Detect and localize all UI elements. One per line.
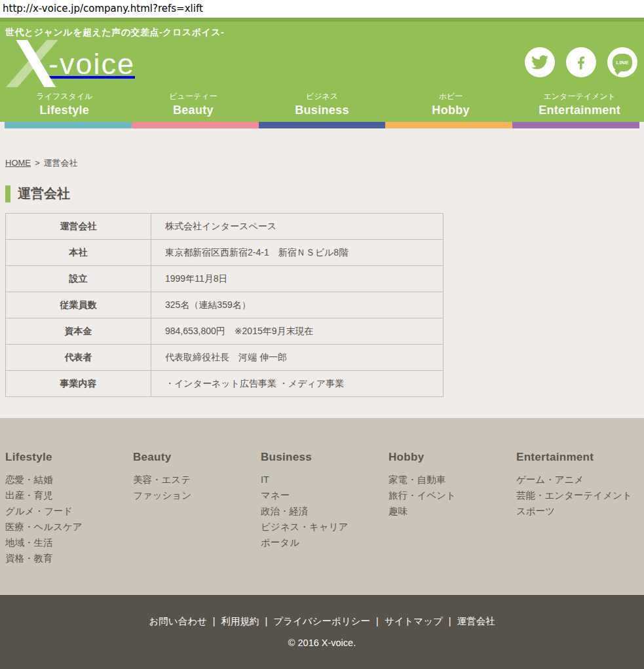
bottom-link[interactable]: サイトマップ <box>385 616 443 626</box>
footer-link[interactable]: 政治・経済 <box>261 503 388 519</box>
main-nav: ライフスタイルLifestyleビューティーBeautyビジネスBusiness… <box>0 91 644 122</box>
row-value: ・インターネット広告事業 ・メディア事業 <box>151 371 444 397</box>
footer-link[interactable]: グルメ・フード <box>5 503 133 519</box>
nav-label-jp: ホビー <box>387 91 516 102</box>
nav-label-jp: ライフスタイル <box>0 91 129 102</box>
footer-link[interactable]: ポータル <box>261 535 388 550</box>
line-icon[interactable]: LINE <box>607 47 637 77</box>
nav-label-en: Lifestyle <box>0 104 129 117</box>
footer-link[interactable]: IT <box>261 472 388 487</box>
twitter-icon[interactable] <box>525 47 555 77</box>
footer-link[interactable]: 恋愛・結婚 <box>5 472 133 487</box>
row-value: 325名（連結359名） <box>151 292 444 318</box>
bottom-link[interactable]: お問い合わせ <box>149 616 206 626</box>
category-strip-wrap <box>0 122 644 128</box>
site-header: 世代とジャンルを超えた声の交差点-クロスボイス- -voice LINE ライフ… <box>0 22 644 122</box>
footer-col-hobby: Hobby家電・自動車旅行・イベント趣味 <box>388 418 516 566</box>
footer-link[interactable]: ビジネス・キャリア <box>261 519 388 535</box>
nav-item-beauty[interactable]: ビューティーBeauty <box>129 91 258 122</box>
social-icons: LINE <box>525 47 637 77</box>
row-value: 株式会社インタースペース <box>151 214 444 240</box>
table-row: 代表者代表取締役社長 河端 伸一郎 <box>6 345 444 371</box>
table-row: 設立1999年11月8日 <box>6 266 444 292</box>
row-value: 1999年11月8日 <box>151 266 444 292</box>
footer-col-title: Beauty <box>133 451 261 464</box>
footer-link[interactable]: ゲーム・アニメ <box>516 472 644 487</box>
bottom-link[interactable]: プライバシーポリシー <box>273 616 370 626</box>
footer-link[interactable]: 芸能・エンターテイメント <box>516 487 644 503</box>
table-row: 本社東京都新宿区西新宿2-4-1 新宿ＮＳビル8階 <box>6 240 444 266</box>
footer-col-title: Lifestyle <box>5 451 133 464</box>
twitter-bird-glyph <box>531 54 548 71</box>
footer-col-business: BusinessITマネー政治・経済ビジネス・キャリアポータル <box>261 418 388 566</box>
footer-link[interactable]: ファッション <box>133 487 261 503</box>
breadcrumb-separator: > <box>35 158 40 168</box>
breadcrumb-home-link[interactable]: HOME <box>5 158 31 168</box>
bottom-bar: お問い合わせ|利用規約|プライバシーポリシー|サイトマップ|運営会社 © 201… <box>0 595 644 669</box>
color-bar-beauty <box>132 122 259 128</box>
nav-item-business[interactable]: ビジネスBusiness <box>257 91 387 122</box>
footer-link[interactable]: 地域・生活 <box>5 535 133 550</box>
row-label: 従業員数 <box>6 292 151 318</box>
row-value: 984,653,800円 ※2015年9月末現在 <box>151 318 444 345</box>
footer-link[interactable]: 出産・育児 <box>5 487 133 503</box>
logo-x-glyph <box>1 40 62 87</box>
bottom-link[interactable]: 運営会社 <box>457 616 495 626</box>
row-label: 代表者 <box>6 345 151 371</box>
company-table-body: 運営会社株式会社インタースペース本社東京都新宿区西新宿2-4-1 新宿ＮＳビル8… <box>6 214 444 397</box>
nav-label-en: Business <box>257 104 387 117</box>
footer-link[interactable]: 旅行・イベント <box>388 487 516 503</box>
nav-label-en: Entertainment <box>515 104 644 117</box>
footer-col-title: Hobby <box>388 451 516 464</box>
tagline: 世代とジャンルを超えた声の交差点-クロスボイス- <box>0 22 644 39</box>
footer-link[interactable]: 趣味 <box>388 503 516 519</box>
link-separator: | <box>213 616 216 626</box>
table-row: 事業内容・インターネット広告事業 ・メディア事業 <box>6 371 444 397</box>
nav-label-en: Beauty <box>129 104 258 117</box>
link-separator: | <box>376 616 379 626</box>
footer-link[interactable]: スポーツ <box>516 503 644 519</box>
nav-label-en: Hobby <box>387 104 516 117</box>
sitemap-footer: Lifestyle恋愛・結婚出産・育児グルメ・フード医療・ヘルスケア地域・生活資… <box>0 418 644 595</box>
row-label: 資本金 <box>6 318 151 345</box>
row-value: 東京都新宿区西新宿2-4-1 新宿ＮＳビル8階 <box>151 240 444 266</box>
breadcrumb-current: 運営会社 <box>44 158 78 168</box>
bottom-link[interactable]: 利用規約 <box>221 616 259 626</box>
nav-item-entertainment[interactable]: エンターテイメントEntertainment <box>515 91 644 122</box>
nav-label-jp: ビューティー <box>129 91 258 102</box>
company-info-table: 運営会社株式会社インタースペース本社東京都新宿区西新宿2-4-1 新宿ＮＳビル8… <box>5 213 444 397</box>
nav-item-lifestyle[interactable]: ライフスタイルLifestyle <box>0 91 129 122</box>
logo-text: -voice <box>48 47 135 81</box>
copyright: © 2016 X-voice. <box>0 638 644 648</box>
color-bar-business <box>259 122 386 128</box>
line-bubble-glyph: LINE <box>613 54 632 71</box>
row-value: 代表取締役社長 河端 伸一郎 <box>151 345 444 371</box>
bottom-links: お問い合わせ|利用規約|プライバシーポリシー|サイトマップ|運営会社 <box>0 595 644 628</box>
footer-link[interactable]: 美容・エステ <box>133 472 261 487</box>
color-bar-entertainment <box>512 122 639 128</box>
footer-link[interactable]: マネー <box>261 487 388 503</box>
footer-link[interactable]: 家電・自動車 <box>388 472 516 487</box>
row-label: 事業内容 <box>6 371 151 397</box>
row-label: 本社 <box>6 240 151 266</box>
row-label: 設立 <box>6 266 151 292</box>
nav-item-hobby[interactable]: ホビーHobby <box>387 91 516 122</box>
url-text: http://x-voice.jp/company.html?refs=xlif… <box>0 0 644 18</box>
footer-link[interactable]: 医療・ヘルスケア <box>5 519 133 535</box>
category-color-strip <box>5 122 639 128</box>
page-title-row: 運営会社 <box>5 185 644 202</box>
footer-col-lifestyle: Lifestyle恋愛・結婚出産・育児グルメ・フード医療・ヘルスケア地域・生活資… <box>5 418 133 566</box>
link-separator: | <box>449 616 451 626</box>
color-bar-hobby <box>385 122 512 128</box>
footer-col-beauty: Beauty美容・エステファッション <box>133 418 261 566</box>
row-label: 運営会社 <box>6 214 151 240</box>
link-separator: | <box>265 616 268 626</box>
site-logo[interactable]: -voice <box>4 40 135 87</box>
facebook-icon[interactable] <box>566 47 596 77</box>
table-row: 従業員数325名（連結359名） <box>6 292 444 318</box>
color-bar-lifestyle <box>5 122 132 128</box>
line-label: LINE <box>616 60 628 66</box>
footer-link[interactable]: 資格・教育 <box>5 550 133 566</box>
page-title: 運営会社 <box>18 185 70 202</box>
footer-col-entertainment: Entertainmentゲーム・アニメ芸能・エンターテイメントスポーツ <box>516 418 644 566</box>
